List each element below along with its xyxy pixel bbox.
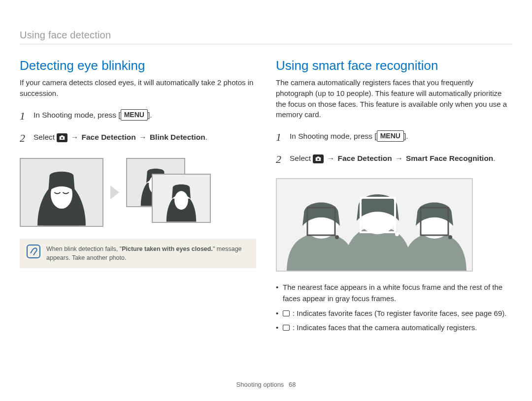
right-steps: 1 In Shooting mode, press [MENU]. 2 Sele…: [276, 129, 512, 167]
blink-illustration: [20, 158, 256, 227]
footer-section: Shooting options: [236, 381, 284, 388]
step-text: In Shooting mode, press [MENU].: [33, 108, 152, 121]
step-text: Select → Face Detection → Blink Detectio…: [33, 130, 207, 143]
step-number: 2: [276, 151, 283, 167]
note-box: When blink detection fails, "Picture tak…: [20, 239, 256, 268]
bullet-auto-faces: : Indicates faces that the camera automa…: [276, 322, 512, 333]
photo-result-2: [152, 174, 211, 223]
step-number: 2: [20, 130, 27, 146]
note-prefix: When blink detection fails, ": [46, 246, 122, 252]
path-face-detection: Face Detection: [338, 154, 392, 162]
svg-point-7: [317, 158, 320, 160]
page-header: Using face detection: [20, 30, 512, 44]
bullet-text: : Indicates faces that the camera automa…: [293, 323, 477, 332]
arrow-icon: →: [71, 133, 79, 141]
note-icon: [27, 245, 40, 258]
right-step-2: 2 Select → Face Detection → Smart Face R…: [276, 151, 512, 167]
camera-icon: [313, 154, 324, 163]
step-text: In Shooting mode, press [MENU].: [290, 129, 408, 142]
right-step-1: 1 In Shooting mode, press [MENU].: [276, 129, 512, 145]
camera-icon: [57, 133, 67, 142]
col-right: Using smart face recognition The camera …: [276, 58, 512, 336]
page-footer: Shooting options 68: [0, 381, 532, 388]
menu-button-label: MENU: [121, 109, 148, 121]
svg-point-10: [335, 235, 339, 239]
arrow-icon: →: [395, 154, 403, 162]
group-illustration: [276, 178, 473, 272]
path-blink-detection: Blink Detection: [150, 133, 205, 141]
step-prefix: In Shooting mode, press [: [33, 111, 121, 119]
note-text: When blink detection fails, "Picture tak…: [46, 245, 249, 262]
footer-page-number: 68: [289, 381, 296, 388]
svg-point-13: [395, 232, 399, 236]
right-bullets: The nearest face appears in a white focu…: [276, 281, 512, 333]
step-end: .: [493, 154, 495, 162]
path-smart-face: Smart Face Recognition: [406, 154, 493, 162]
left-intro: If your camera detects closed eyes, it w…: [20, 77, 256, 99]
left-steps: 1 In Shooting mode, press [MENU]. 2 Sele…: [20, 108, 256, 146]
svg-point-16: [448, 235, 452, 239]
group-svg: [277, 179, 473, 272]
photo-eyes-closed: [20, 158, 103, 227]
step-end: .: [205, 133, 207, 141]
arrow-right-icon: [110, 185, 119, 199]
left-title: Detecting eye blinking: [20, 58, 256, 73]
arrow-icon: →: [139, 133, 147, 141]
path-face-detection: Face Detection: [82, 133, 136, 141]
step-select: Select: [33, 133, 57, 141]
bullet-favorite-faces: : Indicates favorite faces (To register …: [276, 308, 512, 319]
photo-stack: [126, 158, 210, 227]
bullet-text: : Indicates favorite faces (To register …: [293, 309, 506, 317]
auto-face-frame-icon: [283, 325, 290, 331]
face-closed-icon: [25, 165, 98, 225]
col-left: Detecting eye blinking If your camera de…: [20, 58, 256, 336]
right-intro: The camera automatically registers faces…: [276, 77, 512, 120]
left-step-2: 2 Select → Face Detection → Blink Detect…: [20, 130, 256, 146]
step-suffix: ].: [148, 111, 152, 119]
arrow-icon: →: [327, 154, 335, 162]
face-icon: [156, 179, 207, 221]
favorite-face-frame-icon: [283, 310, 290, 316]
bullet-nearest-face: The nearest face appears in a white focu…: [276, 281, 512, 305]
step-number: 1: [276, 129, 283, 145]
step-text: Select → Face Detection → Smart Face Rec…: [290, 151, 496, 164]
step-number: 1: [20, 108, 27, 124]
left-step-1: 1 In Shooting mode, press [MENU].: [20, 108, 256, 124]
step-prefix: In Shooting mode, press [: [290, 132, 377, 140]
svg-point-6: [174, 191, 188, 210]
right-title: Using smart face recognition: [276, 58, 512, 73]
step-suffix: ].: [404, 132, 408, 140]
svg-point-0: [61, 137, 64, 139]
note-bold: Picture taken with eyes closed.: [122, 246, 213, 252]
menu-button-label: MENU: [377, 130, 404, 142]
step-select: Select: [290, 154, 313, 162]
content-columns: Detecting eye blinking If your camera de…: [20, 58, 512, 336]
